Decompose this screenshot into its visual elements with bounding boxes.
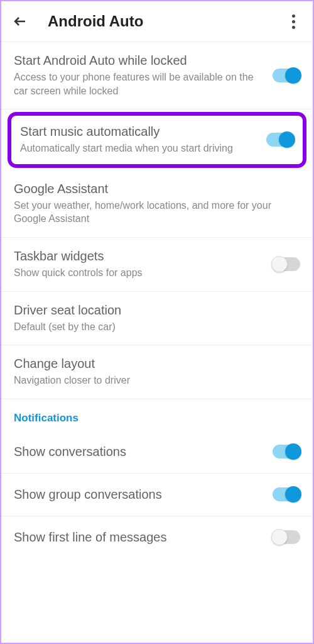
item-subtitle: Navigation closer to driver (14, 374, 300, 387)
item-title: Show conversations (14, 445, 273, 459)
item-title: Change layout (14, 357, 300, 371)
back-icon[interactable] (11, 13, 29, 30)
item-title: Start music automatically (20, 125, 257, 139)
section-notifications: Notifications (1, 399, 313, 431)
item-driver-seat[interactable]: Driver seat location Default (set by the… (1, 292, 313, 346)
item-title: Start Android Auto while locked (14, 53, 264, 68)
toggle-show-group-conversations[interactable] (273, 487, 300, 501)
more-icon[interactable] (288, 14, 303, 29)
item-taskbar-widgets[interactable]: Taskbar widgets Show quick controls for … (1, 238, 313, 292)
item-show-conversations[interactable]: Show conversations (1, 431, 313, 474)
item-title: Show first line of messages (14, 530, 273, 545)
toggle-start-locked[interactable] (273, 69, 300, 82)
toggle-taskbar-widgets[interactable] (273, 257, 300, 271)
toggle-show-first-line[interactable] (273, 530, 300, 544)
header: Android Auto (1, 1, 313, 42)
item-show-first-line[interactable]: Show first line of messages (1, 516, 313, 558)
item-start-music[interactable]: Start music automatically Automatically … (11, 116, 303, 164)
item-google-assistant[interactable]: Google Assistant Set your weather, home/… (1, 170, 313, 238)
item-show-group-conversations[interactable]: Show group conversations (1, 474, 313, 516)
item-subtitle: Automatically start media when you start… (20, 142, 257, 155)
item-subtitle: Show quick controls for apps (14, 266, 264, 280)
item-start-locked[interactable]: Start Android Auto while locked Access t… (1, 42, 313, 109)
toggle-start-music[interactable] (266, 133, 294, 147)
item-change-layout[interactable]: Change layout Navigation closer to drive… (1, 345, 313, 399)
item-subtitle: Set your weather, home/work locations, a… (14, 199, 300, 226)
item-title: Taskbar widgets (14, 249, 264, 264)
item-title: Driver seat location (14, 303, 300, 318)
item-title: Google Assistant (14, 182, 300, 196)
item-subtitle: Default (set by the car) (14, 320, 300, 334)
highlight-start-music: Start music automatically Automatically … (8, 112, 306, 168)
page-title: Android Auto (48, 13, 288, 30)
toggle-show-conversations[interactable] (273, 445, 300, 458)
item-title: Show group conversations (14, 487, 273, 502)
settings-list: Start Android Auto while locked Access t… (1, 42, 313, 558)
item-subtitle: Access to your phone features will be av… (14, 70, 264, 97)
